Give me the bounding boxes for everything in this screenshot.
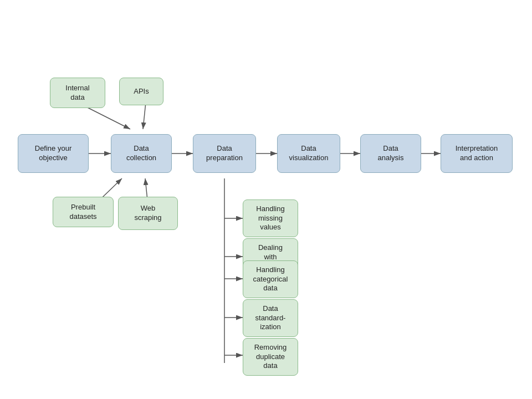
data-preparation-node: Data preparation — [193, 134, 256, 173]
define-objective-node: Define your objective — [18, 134, 89, 173]
data-preparation-label: Data preparation — [206, 144, 243, 163]
apis-node: APIs — [119, 78, 163, 105]
handling-missing-label: Handling missing values — [256, 204, 284, 233]
data-collection-node: Data collection — [111, 134, 172, 173]
data-collection-label: Data collection — [126, 144, 156, 163]
data-visualization-label: Data visualization — [289, 144, 329, 163]
define-objective-label: Define your objective — [35, 144, 71, 163]
handling-categorical-node: Handling categorical data — [243, 260, 298, 298]
removing-duplicate-label: Removing duplicate data — [254, 343, 287, 371]
data-analysis-node: Data analysis — [360, 134, 421, 173]
data-standardization-label: Data standard- ization — [255, 304, 286, 332]
svg-line-6 — [143, 103, 146, 129]
interpretation-node: Interpretation and action — [441, 134, 513, 173]
data-visualization-node: Data visualization — [277, 134, 340, 173]
interpretation-label: Interpretation and action — [456, 144, 498, 163]
prebuilt-datasets-node: Prebuilt datasets — [53, 197, 114, 227]
internal-data-node: Internal data — [50, 78, 105, 108]
data-analysis-label: Data analysis — [378, 144, 404, 163]
web-scraping-node: Web scraping — [118, 197, 178, 230]
handling-categorical-label: Handling categorical data — [253, 265, 288, 294]
apis-label: APIs — [134, 87, 149, 96]
data-standardization-node: Data standard- ization — [243, 299, 298, 337]
internal-data-label: Internal data — [65, 84, 89, 103]
prebuilt-datasets-label: Prebuilt datasets — [69, 203, 96, 222]
handling-missing-node: Handling missing values — [243, 200, 298, 237]
removing-duplicate-node: Removing duplicate data — [243, 338, 298, 376]
web-scraping-label: Web scraping — [134, 204, 161, 223]
